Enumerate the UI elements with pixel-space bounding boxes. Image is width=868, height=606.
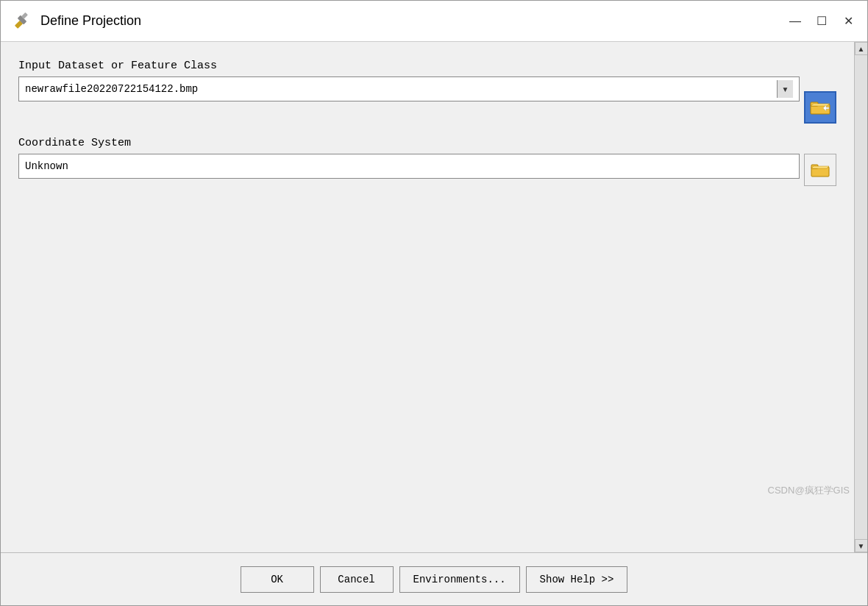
main-content: Input Dataset or Feature Class newrawfil…: [1, 42, 867, 552]
input-dataset-label: Input Dataset or Feature Class: [18, 60, 836, 72]
input-dataset-dropdown[interactable]: newrawfile20220722154122.bmp ▼: [18, 76, 800, 101]
coordinate-browse-icon: [811, 162, 830, 178]
coordinate-system-browse-button[interactable]: [804, 154, 836, 186]
show-help-button[interactable]: Show Help >>: [526, 566, 628, 593]
window-controls: — ☐ ✕: [788, 14, 855, 29]
input-dataset-value: newrawfile20220722154122.bmp: [25, 83, 777, 95]
close-button[interactable]: ✕: [841, 14, 855, 29]
coordinate-system-input[interactable]: Unknown: [18, 154, 800, 179]
title-bar: Define Projection — ☐ ✕: [1, 1, 867, 42]
environments-button[interactable]: Environments...: [399, 566, 520, 593]
scroll-down-button[interactable]: ▼: [855, 539, 868, 552]
input-dataset-browse-button[interactable]: [804, 91, 836, 124]
ok-button[interactable]: OK: [241, 566, 314, 593]
folder-open-icon: [810, 99, 830, 115]
define-projection-window: Define Projection — ☐ ✕ Input Dataset or…: [0, 0, 868, 606]
coordinate-system-row: Unknown: [18, 154, 836, 186]
minimize-button[interactable]: —: [788, 14, 803, 29]
input-dataset-arrow-button[interactable]: ▼: [777, 80, 793, 98]
input-dataset-section: Input Dataset or Feature Class newrawfil…: [18, 60, 836, 137]
cancel-button[interactable]: Cancel: [320, 566, 394, 593]
window-title: Define Projection: [40, 13, 788, 29]
coordinate-system-label: Coordinate System: [18, 137, 836, 149]
maximize-button[interactable]: ☐: [814, 14, 829, 29]
form-area: Input Dataset or Feature Class newrawfil…: [1, 42, 854, 552]
input-dataset-row: newrawfile20220722154122.bmp ▼: [18, 76, 836, 124]
scroll-up-button[interactable]: ▲: [855, 42, 868, 55]
scroll-track: [855, 55, 867, 539]
bottom-bar: OK Cancel Environments... Show Help >>: [1, 552, 867, 605]
coordinate-system-value: Unknown: [25, 160, 68, 172]
hammer-icon: [13, 11, 33, 32]
coordinate-system-section: Coordinate System Unknown: [18, 137, 836, 199]
scrollbar-right: ▲ ▼: [854, 42, 867, 552]
